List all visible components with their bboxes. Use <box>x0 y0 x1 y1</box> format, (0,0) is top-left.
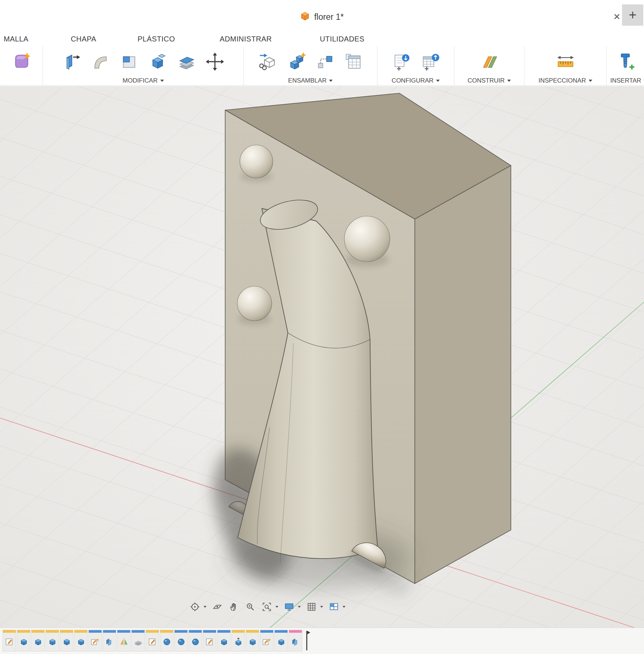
group-label-ensamblar[interactable]: ENSAMBLAR <box>244 76 377 86</box>
timeline-item-extrude[interactable] <box>274 630 288 651</box>
ribbon-tabbar: MALLA CHAPA PLÁSTICO ADMINISTRAR UTILIDA… <box>0 34 644 46</box>
toolbar-group-inspeccionar: INSPECCIONAR <box>524 46 607 86</box>
new-component-icon[interactable] <box>257 51 278 72</box>
close-document-button[interactable]: ✕ <box>613 12 621 22</box>
timeline-item-mirror[interactable] <box>117 630 131 651</box>
configuration-table-icon[interactable] <box>420 51 441 72</box>
chevron-down-icon[interactable] <box>204 606 206 608</box>
timeline-bar <box>0 628 644 654</box>
sphere-bump-top[interactable] <box>240 145 273 178</box>
zoom-button[interactable] <box>244 601 256 613</box>
timeline-marker[interactable] <box>304 630 310 653</box>
group-label-crear-forma <box>0 76 43 86</box>
model-body[interactable] <box>199 93 511 598</box>
align-icon[interactable] <box>314 51 336 72</box>
chevron-down-icon <box>589 80 592 82</box>
timeline-item-extrude[interactable] <box>45 630 59 651</box>
chevron-down-icon <box>160 80 164 82</box>
sphere-bump-right[interactable] <box>344 216 390 262</box>
tab-chapa[interactable]: CHAPA <box>71 35 96 43</box>
chevron-down-icon <box>436 80 440 82</box>
timeline-item-extrude[interactable] <box>17 630 30 651</box>
group-label-construir[interactable]: CONSTRUIR <box>454 76 524 86</box>
toolbar-group-crear-forma <box>0 46 43 86</box>
offset-face-icon[interactable] <box>176 51 197 72</box>
timeline-item-offset[interactable] <box>131 630 145 651</box>
chevron-down-icon[interactable] <box>275 606 278 608</box>
toolbar-group-construir: CONSTRUIR <box>454 46 524 86</box>
bom-table-icon[interactable] <box>343 51 364 72</box>
timeline-item-sketch[interactable] <box>203 630 216 651</box>
chevron-down-icon <box>507 80 511 82</box>
timeline-item-extrude-arrow[interactable] <box>231 630 245 651</box>
look-at-button[interactable] <box>211 601 223 613</box>
document-cube-icon <box>300 11 310 22</box>
timeline-item-sphere[interactable] <box>174 630 188 651</box>
timeline-item-extrude[interactable] <box>246 630 259 651</box>
timeline-item-extrude[interactable] <box>217 630 231 651</box>
shell-icon[interactable] <box>118 51 140 72</box>
viewports-button[interactable] <box>328 601 340 613</box>
timeline-item-extrude[interactable] <box>31 630 45 651</box>
chevron-down-icon[interactable] <box>298 606 301 608</box>
orbit-button[interactable] <box>189 601 201 613</box>
group-label-insertar[interactable]: INSERTAR <box>607 76 644 86</box>
toolbar-group-configurar: CONFIGURAR <box>377 46 454 86</box>
joint-icon[interactable] <box>286 51 307 72</box>
chevron-down-icon[interactable] <box>343 606 345 608</box>
ribbon-toolbar: MODIFICAR <box>0 46 644 86</box>
press-pull-icon[interactable] <box>61 51 83 72</box>
timeline-items <box>2 630 303 651</box>
timeline-item-sphere[interactable] <box>189 630 202 651</box>
timeline-item-sketch[interactable] <box>3 630 16 651</box>
zoom-fit-button[interactable] <box>261 601 272 613</box>
timeline-item-sketch-star[interactable] <box>260 630 274 651</box>
insert-fastener-icon[interactable] <box>615 51 636 72</box>
viewport-3d[interactable] <box>0 86 644 654</box>
tab-malla[interactable]: MALLA <box>4 35 29 43</box>
timeline-item-extrude[interactable] <box>74 630 88 651</box>
timeline-item-sketch-star[interactable] <box>88 630 102 651</box>
move-copy-icon[interactable] <box>204 51 226 72</box>
combine-icon[interactable] <box>147 51 168 72</box>
grid-snaps-button[interactable] <box>305 601 317 613</box>
new-document-tab-button[interactable]: + <box>622 4 643 26</box>
group-label-modificar[interactable]: MODIFICAR <box>43 76 244 86</box>
timeline-item-press-pull[interactable] <box>289 630 302 651</box>
timeline-item-press-pull[interactable] <box>103 630 116 651</box>
create-form-icon[interactable] <box>11 51 32 72</box>
configuration-icon[interactable] <box>391 51 412 72</box>
chevron-down-icon <box>329 80 333 82</box>
toolbar-group-ensamblar: ENSAMBLAR <box>244 46 377 86</box>
document-title: florer 1* <box>314 12 344 22</box>
timeline-item-extrude[interactable] <box>60 630 73 651</box>
group-label-configurar[interactable]: CONFIGURAR <box>377 76 454 86</box>
tab-administrar[interactable]: ADMINISTRAR <box>220 35 272 43</box>
titlebar: florer 1* ✕ + <box>0 0 644 34</box>
display-settings-button[interactable] <box>283 601 295 613</box>
fillet-icon[interactable] <box>90 51 111 72</box>
tab-utilidades[interactable]: UTILIDADES <box>320 35 365 43</box>
pan-button[interactable] <box>228 601 239 613</box>
chevron-down-icon[interactable] <box>320 606 323 608</box>
measure-icon[interactable] <box>555 51 576 72</box>
sphere-bump-left[interactable] <box>237 286 272 321</box>
timeline-item-sketch[interactable] <box>146 630 159 651</box>
group-label-inspeccionar[interactable]: INSPECCIONAR <box>524 76 606 86</box>
timeline-item-sphere[interactable] <box>160 630 173 651</box>
view-navbar <box>189 601 345 613</box>
document-tab[interactable]: florer 1* <box>300 0 344 34</box>
toolbar-group-modificar: MODIFICAR <box>43 46 244 86</box>
toolbar-group-insertar: INSERTAR <box>607 46 644 86</box>
tab-plastico[interactable]: PLÁSTICO <box>138 35 175 43</box>
construction-plane-icon[interactable] <box>479 51 500 72</box>
